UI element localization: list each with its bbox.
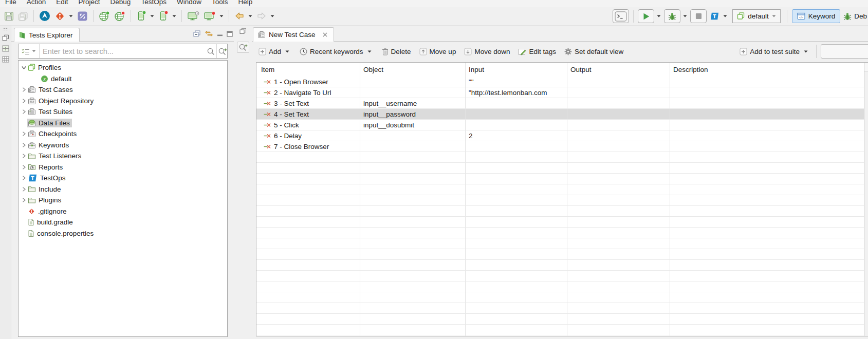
tree-item-plugins[interactable]: Plugins [19, 195, 227, 206]
tree-item-reports[interactable]: Reports [19, 162, 227, 173]
tree-item-keywords[interactable]: Keywords [19, 140, 227, 151]
tree-item-object-repository[interactable]: Object Repository [19, 96, 227, 107]
tree-item-test-cases[interactable]: Test Cases [19, 84, 227, 96]
table-row-empty[interactable] [256, 195, 864, 206]
terminal-button[interactable] [613, 9, 629, 23]
chevron-right-icon[interactable] [21, 187, 27, 192]
table-row-empty[interactable] [256, 217, 864, 228]
windows-record-button[interactable] [186, 10, 201, 23]
git-button[interactable] [53, 10, 67, 23]
chevron-right-icon[interactable] [21, 143, 27, 147]
chevron-right-icon[interactable] [21, 99, 27, 103]
add-button[interactable]: Add [258, 48, 291, 55]
web-record-button[interactable] [97, 10, 112, 23]
tab-new-test-case[interactable]: New Test Case [253, 27, 334, 42]
advanced-search-icon[interactable] [218, 47, 227, 55]
close-icon[interactable] [323, 32, 327, 37]
table-row-empty[interactable] [256, 314, 864, 325]
column-header-input[interactable]: Input [466, 63, 567, 77]
save-all-button[interactable] [16, 10, 30, 22]
tree-item-test-suites[interactable]: Test Suites [19, 106, 227, 118]
menu-tools[interactable]: Tools [208, 0, 232, 6]
tree-item-checkpoints[interactable]: Checkpoints [19, 128, 227, 140]
menu-window[interactable]: Window [173, 0, 206, 6]
debug-dropdown[interactable] [683, 15, 687, 17]
testops-dropdown[interactable] [723, 15, 727, 17]
tree-item-gitignore[interactable]: .gitignore [19, 206, 227, 217]
recent-keywords-button-dropdown[interactable] [367, 50, 372, 53]
tree-item-default[interactable]: xdefault [19, 73, 227, 85]
add-to-test-suite-button-dropdown[interactable] [804, 50, 808, 53]
search-input[interactable] [40, 47, 207, 55]
web-spy-button[interactable] [113, 10, 127, 23]
table-row[interactable]: 2 - Navigate To Url"http://test.lemonban… [256, 87, 864, 98]
table-row-empty[interactable] [256, 174, 864, 184]
forward-button[interactable] [255, 10, 268, 22]
column-header-output[interactable]: Output [567, 63, 670, 77]
restore-pane-icon[interactable] [2, 34, 9, 41]
tree-item-build-gradle[interactable]: build.gradle [19, 217, 227, 228]
table-row-empty[interactable] [256, 281, 864, 292]
table-row-empty[interactable] [256, 228, 864, 238]
menu-project[interactable]: Project [75, 0, 104, 6]
keyword-view-toggle[interactable]: </> Keyword [792, 9, 841, 23]
katalon-studio-button[interactable] [38, 9, 52, 23]
windows-spy-button-dropdown[interactable] [219, 15, 224, 17]
tree-item-profiles[interactable]: Profiles [19, 62, 227, 73]
mobile-record-button-dropdown[interactable] [150, 15, 154, 17]
job-view-icon[interactable] [2, 45, 9, 52]
run-dropdown[interactable] [657, 15, 661, 17]
chevron-right-icon[interactable] [21, 131, 27, 136]
run-button[interactable] [638, 9, 654, 23]
chevron-right-icon[interactable] [21, 154, 27, 158]
back-button-dropdown[interactable] [248, 15, 252, 17]
forward-button-dropdown[interactable] [270, 15, 274, 17]
column-header-object[interactable]: Object [360, 63, 466, 77]
git-button-dropdown[interactable] [69, 15, 73, 17]
delete-button[interactable]: Delete [382, 48, 411, 55]
tree-item-testops[interactable]: TestOps [19, 173, 227, 184]
table-row-empty[interactable] [256, 238, 864, 249]
table-row[interactable]: 4 - Set Textinput__password [256, 109, 864, 120]
mobile-spy-button-dropdown[interactable] [172, 15, 176, 17]
tree-item-include[interactable]: Include [19, 184, 227, 195]
menu-file[interactable]: File [1, 0, 21, 6]
set-default-view-button[interactable]: Set default view [564, 48, 623, 55]
collapse-all-icon[interactable] [193, 30, 201, 37]
chevron-right-icon[interactable] [21, 176, 27, 180]
debug-view-button[interactable]: Deb [842, 12, 868, 21]
menu-action[interactable]: Action [23, 0, 50, 6]
menu-testops[interactable]: TestOps [137, 0, 171, 6]
add-button-dropdown[interactable] [285, 50, 289, 53]
restore-pane-icon[interactable] [239, 28, 247, 34]
table-view-icon[interactable] [2, 56, 9, 63]
save-button[interactable] [3, 10, 15, 22]
back-button[interactable] [233, 10, 246, 22]
column-header-item[interactable]: Item [256, 63, 360, 77]
chevron-down-icon[interactable] [21, 65, 27, 70]
chevron-right-icon[interactable] [21, 198, 27, 202]
tree-item-console-properties[interactable]: console.properties [19, 228, 227, 239]
table-row-empty[interactable] [256, 206, 864, 217]
vertical-scrollbar[interactable] [864, 63, 868, 336]
tests-explorer-tab[interactable]: Tests Explorer [14, 28, 80, 42]
stop-button[interactable] [690, 9, 707, 23]
edit-tags-button[interactable]: Edit tags [518, 48, 556, 55]
profile-select[interactable]: default [732, 9, 781, 23]
minimize-icon[interactable] [217, 31, 223, 37]
table-row-empty[interactable] [256, 325, 864, 335]
table-row[interactable]: 6 - Delay2 [256, 130, 864, 141]
chevron-right-icon[interactable] [21, 87, 27, 92]
search-filter-button[interactable] [19, 44, 40, 58]
clipped-button[interactable] [821, 44, 868, 59]
table-row-empty[interactable] [256, 303, 864, 314]
table-row-empty[interactable] [256, 152, 864, 163]
recent-keywords-button[interactable]: Recent keywords [300, 48, 374, 55]
minimized-search-view-icon[interactable] [237, 42, 249, 53]
tree-item-data-files[interactable]: Data Files [19, 118, 227, 129]
menu-debug[interactable]: Debug [106, 0, 135, 6]
windows-spy-button[interactable] [202, 10, 217, 23]
debug-button[interactable] [664, 9, 680, 23]
table-row-empty[interactable] [256, 335, 864, 336]
table-row-empty[interactable] [256, 292, 864, 303]
